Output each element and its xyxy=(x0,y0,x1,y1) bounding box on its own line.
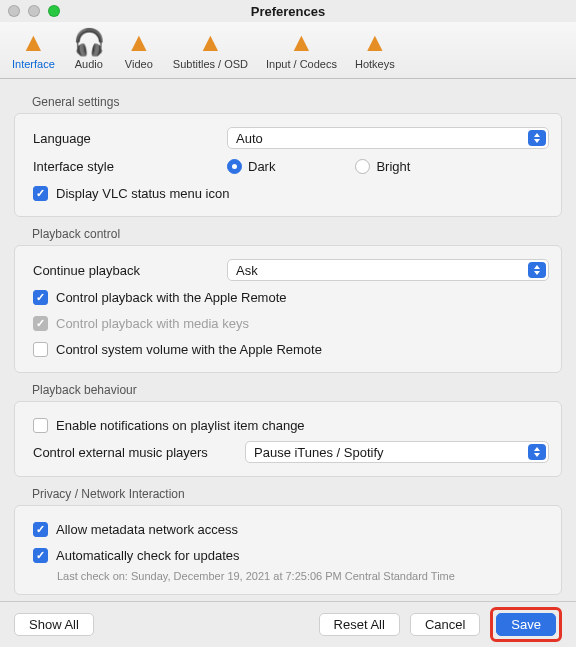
external-players-value: Pause iTunes / Spotify xyxy=(254,445,384,460)
tab-label: Audio xyxy=(75,58,103,70)
cancel-button[interactable]: Cancel xyxy=(410,613,480,636)
language-value: Auto xyxy=(236,131,263,146)
tab-audio[interactable]: 🎧 Audio xyxy=(67,24,111,72)
save-button[interactable]: Save xyxy=(496,613,556,636)
checkbox-box xyxy=(33,186,48,201)
save-highlight: Save xyxy=(490,607,562,642)
radio-label: Dark xyxy=(248,159,275,174)
language-label: Language xyxy=(27,131,227,146)
checkbox-label: Automatically check for updates xyxy=(56,548,240,563)
checkbox-metadata[interactable]: Allow metadata network access xyxy=(27,516,549,542)
prefs-toolbar: ▲ Interface 🎧 Audio ▲ Video ▲ Subtitles … xyxy=(0,22,576,79)
checkbox-label: Allow metadata network access xyxy=(56,522,238,537)
checkbox-box xyxy=(33,290,48,305)
section-heading-playback-behaviour: Playback behaviour xyxy=(32,383,558,397)
checkbox-status-menu[interactable]: Display VLC status menu icon xyxy=(27,180,549,206)
tab-subtitles[interactable]: ▲ Subtitles / OSD xyxy=(167,24,254,72)
tab-video[interactable]: ▲ Video xyxy=(117,24,161,72)
cone-disc-icon: ▲ xyxy=(285,26,317,58)
tab-label: Interface xyxy=(12,58,55,70)
checkbox-box xyxy=(33,548,48,563)
interface-style-label: Interface style xyxy=(27,159,227,174)
continue-playback-value: Ask xyxy=(236,263,258,278)
prefs-content: General settings Language Auto Interface… xyxy=(0,79,576,609)
reset-all-button[interactable]: Reset All xyxy=(319,613,400,636)
radio-dark[interactable]: Dark xyxy=(227,159,275,174)
checkbox-apple-remote[interactable]: Control playback with the Apple Remote xyxy=(27,284,549,310)
external-players-label: Control external music players xyxy=(27,445,245,460)
tab-label: Hotkeys xyxy=(355,58,395,70)
checkbox-box xyxy=(33,342,48,357)
window-title: Preferences xyxy=(0,4,576,19)
section-playback-behaviour: Enable notifications on playlist item ch… xyxy=(14,401,562,477)
tab-label: Video xyxy=(125,58,153,70)
section-heading-privacy: Privacy / Network Interaction xyxy=(32,487,558,501)
section-heading-general: General settings xyxy=(32,95,558,109)
checkbox-label: Control system volume with the Apple Rem… xyxy=(56,342,322,357)
checkbox-box xyxy=(33,418,48,433)
continue-playback-select[interactable]: Ask xyxy=(227,259,549,281)
headphones-icon: 🎧 xyxy=(73,26,105,58)
external-players-select[interactable]: Pause iTunes / Spotify xyxy=(245,441,549,463)
radio-indicator xyxy=(355,159,370,174)
select-arrows-icon xyxy=(528,262,546,278)
checkbox-box xyxy=(33,316,48,331)
checkbox-updates[interactable]: Automatically check for updates xyxy=(27,542,549,568)
cone-glasses-icon: ▲ xyxy=(123,26,155,58)
radio-bright[interactable]: Bright xyxy=(355,159,410,174)
select-arrows-icon xyxy=(528,444,546,460)
section-playback-control: Continue playback Ask Control playback w… xyxy=(14,245,562,373)
select-arrows-icon xyxy=(528,130,546,146)
radio-indicator xyxy=(227,159,242,174)
checkbox-label: Enable notifications on playlist item ch… xyxy=(56,418,305,433)
language-select[interactable]: Auto xyxy=(227,127,549,149)
continue-playback-label: Continue playback xyxy=(27,263,227,278)
section-heading-playback-control: Playback control xyxy=(32,227,558,241)
checkbox-system-volume[interactable]: Control system volume with the Apple Rem… xyxy=(27,336,549,362)
footer: Show All Reset All Cancel Save xyxy=(0,601,576,647)
cone-keyboard-icon: ▲ xyxy=(359,26,391,58)
checkbox-box xyxy=(33,522,48,537)
tab-label: Input / Codecs xyxy=(266,58,337,70)
cone-pencil-icon: ▲ xyxy=(194,26,226,58)
show-all-button[interactable]: Show All xyxy=(14,613,94,636)
interface-style-group: Dark Bright xyxy=(227,159,549,174)
tab-label: Subtitles / OSD xyxy=(173,58,248,70)
checkbox-label: Control playback with media keys xyxy=(56,316,249,331)
cone-icon: ▲ xyxy=(17,26,49,58)
checkbox-media-keys: Control playback with media keys xyxy=(27,310,549,336)
tab-input-codecs[interactable]: ▲ Input / Codecs xyxy=(260,24,343,72)
last-check-text: Last check on: Sunday, December 19, 2021… xyxy=(27,568,549,584)
tab-hotkeys[interactable]: ▲ Hotkeys xyxy=(349,24,401,72)
checkbox-label: Display VLC status menu icon xyxy=(56,186,229,201)
tab-interface[interactable]: ▲ Interface xyxy=(6,24,61,72)
section-general: Language Auto Interface style Dark Brigh… xyxy=(14,113,562,217)
section-privacy: Allow metadata network access Automatica… xyxy=(14,505,562,595)
checkbox-label: Control playback with the Apple Remote xyxy=(56,290,287,305)
radio-label: Bright xyxy=(376,159,410,174)
titlebar: Preferences xyxy=(0,0,576,22)
checkbox-notifications[interactable]: Enable notifications on playlist item ch… xyxy=(27,412,549,438)
